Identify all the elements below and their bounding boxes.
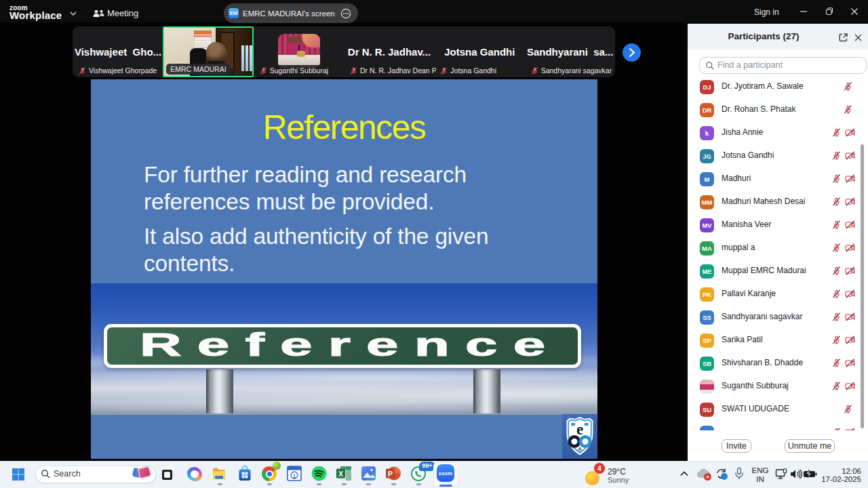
svg-text:1: 1 <box>292 472 296 479</box>
svg-text:e: e <box>576 421 583 438</box>
svg-text:P: P <box>388 470 393 478</box>
svg-text:X: X <box>338 470 343 478</box>
